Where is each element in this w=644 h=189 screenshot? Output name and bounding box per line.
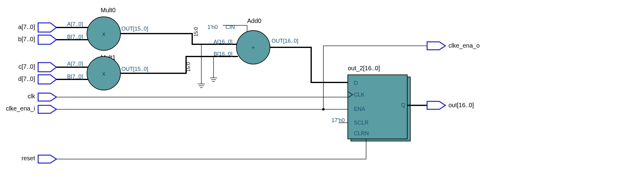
pin-out [427, 101, 445, 109]
reg-sclr-const: 17'h0 [332, 117, 345, 123]
pin-d-label: d[7..0] [18, 75, 35, 82]
bus-slice-bot: 15:0 [186, 62, 191, 72]
reg-SCLR: SCLR [354, 120, 369, 126]
add0-B: B[16..0] [214, 51, 232, 57]
add0-op: + [251, 44, 255, 51]
mult0-portA: A[7..0] [67, 21, 83, 27]
add0-name: Add0 [247, 17, 261, 24]
ground-icon [210, 78, 217, 82]
pin-ena-i-label: clke_ena_i [6, 105, 35, 112]
pin-c-label: c[7..0] [19, 63, 35, 70]
pin-ena-o-label: clke_ena_o [448, 42, 480, 49]
ground-icon [198, 84, 205, 88]
bus-slice-top: 15:0 [193, 27, 199, 37]
pin-a-label: a[7..0] [18, 24, 35, 30]
mult0-portOut: OUT[15..0] [121, 26, 148, 32]
reg-CLRN: CLRN [354, 130, 369, 136]
pin-ena-i [38, 105, 56, 113]
pin-a [38, 23, 56, 32]
mult1-portB: B[7..0] [67, 74, 83, 80]
add0-CIN: CIN [225, 24, 235, 30]
mult1-op: x [102, 70, 106, 77]
mult1-portA: A[7..0] [67, 61, 83, 67]
add0-OUT: OUT[16..0] [272, 38, 298, 44]
wire-reset [56, 139, 366, 159]
pin-reset-label: reset [22, 155, 35, 162]
pin-b [38, 35, 56, 44]
reg-name: out_2[16..0] [348, 65, 380, 72]
reg-CLK: CLK [354, 92, 365, 98]
pin-c [38, 63, 56, 72]
add0-A: A[16..0] [214, 39, 232, 45]
pin-clk [38, 93, 56, 101]
pin-reset [38, 155, 56, 163]
add0-cin-const: 1'h0 [207, 24, 218, 30]
pin-ena-o [427, 42, 445, 50]
reg-ENA: ENA [354, 106, 365, 112]
reg-D: D [354, 80, 358, 86]
rtl-schematic: a[7..0] b[7..0] c[7..0] d[7..0] clk clke… [0, 0, 644, 189]
pin-out-label: out[16..0] [448, 102, 474, 108]
pin-clk-label: clk [28, 93, 35, 100]
pin-b-label: b[7..0] [18, 36, 35, 42]
mult1-portOut: OUT[15..0] [121, 66, 148, 72]
mult0-op: x [102, 30, 106, 38]
mult0-name: Mult0 [101, 7, 116, 13]
mult0-portB: B[7..0] [67, 34, 83, 40]
pin-d [38, 75, 56, 84]
reg-Q: Q [401, 102, 405, 108]
